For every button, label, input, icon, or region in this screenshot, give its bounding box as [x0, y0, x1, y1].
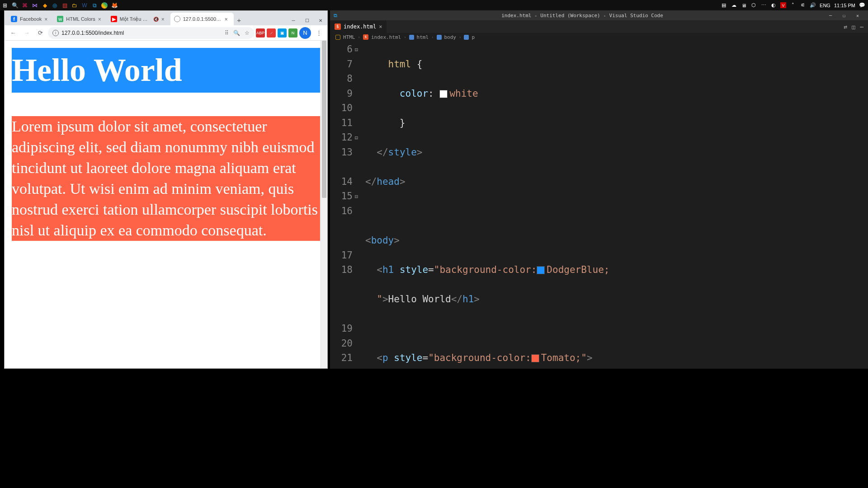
- extensions: ABP ⟋ ▣ N: [256, 28, 297, 38]
- tab-label: Facebook: [20, 16, 42, 22]
- minimize-button[interactable]: ─: [287, 15, 300, 25]
- element-icon: [464, 35, 469, 40]
- vscode-window: ⧉ index.html - Untitled (Workspace) - Vi…: [330, 10, 658, 369]
- line-gutter: 6⊟ 7 8 9 10 11 12⊟ 13 14 15⊟ 16 17 18 19…: [330, 41, 357, 369]
- color-swatch-icon: [439, 90, 448, 98]
- html5-icon: 5: [335, 23, 341, 30]
- taskbar-app-files[interactable]: 🗀: [70, 0, 80, 10]
- ext-icon[interactable]: N: [288, 28, 297, 38]
- mute-icon[interactable]: 🔇: [153, 17, 159, 22]
- forward-button[interactable]: →: [21, 27, 33, 39]
- breadcrumb-item[interactable]: body: [444, 34, 457, 40]
- taskbar-app-1[interactable]: ⌘: [20, 0, 30, 10]
- element-icon: [409, 35, 414, 40]
- back-button[interactable]: ←: [7, 27, 19, 39]
- breadcrumb[interactable]: HTML › 5 index.html › html › body › p: [330, 33, 658, 41]
- chevron-right-icon: ›: [358, 35, 360, 39]
- chevron-right-icon: ›: [459, 35, 461, 39]
- close-icon[interactable]: ×: [161, 16, 167, 22]
- html5-icon: 5: [363, 34, 368, 40]
- color-swatch-icon: [537, 266, 545, 274]
- taskbar-app-firefox[interactable]: 🦊: [109, 0, 119, 10]
- chrome-viewport[interactable]: Hello World Lorem ipsum dolor sit amet, …: [5, 41, 327, 368]
- vscode-logo-icon: ⧉: [334, 13, 337, 19]
- bookmark-icon[interactable]: ☆: [245, 30, 250, 36]
- chrome-tab-youtube[interactable]: ▶ Một Triệu Khả N 🔇 ×: [107, 13, 170, 25]
- close-button[interactable]: ✕: [314, 15, 327, 25]
- address-bar[interactable]: i 127.0.0.1:5500/index.html ⠿ 🔍 ☆: [48, 27, 254, 39]
- vscode-titlebar: ⧉ index.html - Untitled (Workspace) - Vi…: [330, 10, 658, 20]
- chrome-tab-strip: f Facebook × w HTML Colors × ▶ Một Triệu…: [5, 11, 327, 25]
- fold-icon[interactable]: ⊟: [354, 192, 358, 197]
- chevron-right-icon: ›: [404, 35, 406, 39]
- chrome-tab-htmlcolors[interactable]: w HTML Colors ×: [53, 13, 107, 25]
- window-controls: ─ ☐ ✕: [287, 15, 327, 25]
- tab-label: Một Triệu Khả N: [120, 16, 151, 22]
- zoom-icon[interactable]: 🔍: [233, 30, 240, 36]
- scrollbar-thumb[interactable]: [322, 41, 326, 198]
- editor-tab-index-html[interactable]: 5 index.html ×: [330, 20, 387, 33]
- page-paragraph: Lorem ipsum dolor sit amet, consectetuer…: [12, 116, 320, 240]
- reload-button[interactable]: ⟳: [34, 27, 46, 39]
- search-icon[interactable]: 🔍: [10, 0, 20, 10]
- ext-icon[interactable]: ⟋: [267, 28, 276, 38]
- address-text: 127.0.0.1:5500/index.html: [61, 30, 124, 36]
- menu-button[interactable]: ⋮: [313, 27, 325, 39]
- profile-avatar[interactable]: N: [299, 27, 311, 39]
- chrome-tab-localhost[interactable]: 127.0.0.1:5500/index. ×: [170, 13, 234, 25]
- close-icon[interactable]: ×: [98, 16, 104, 22]
- breadcrumb-item[interactable]: index.html: [371, 34, 401, 40]
- tab-label: 127.0.0.1:5500/index.: [183, 16, 222, 22]
- chrome-window: f Facebook × w HTML Colors × ▶ Một Triệu…: [4, 10, 328, 369]
- youtube-icon: ▶: [111, 16, 117, 22]
- w3-icon: w: [57, 16, 63, 22]
- scrollbar-vertical[interactable]: [321, 41, 327, 368]
- chrome-toolbar: ← → ⟳ i 127.0.0.1:5500/index.html ⠿ 🔍 ☆ …: [5, 25, 327, 41]
- facebook-icon: f: [11, 16, 17, 22]
- taskbar-app-vscode[interactable]: ⧉: [90, 0, 99, 10]
- taskbar-app-3[interactable]: ◎: [50, 0, 60, 10]
- taskbar-left: ⊞ 🔍 ⌘ ⋈ ◆ ◎ ▧ 🗀 W ⧉ 🦊: [0, 0, 119, 10]
- color-swatch-icon: [531, 354, 539, 362]
- folder-icon: [335, 35, 340, 40]
- vscode-tab-bar: 5 index.html × ⇄ ◫ ⋯: [330, 20, 658, 33]
- chrome-tab-facebook[interactable]: f Facebook ×: [7, 13, 53, 25]
- taskbar-app-vs[interactable]: ⋈: [30, 0, 40, 10]
- ext-abp-icon[interactable]: ABP: [256, 28, 265, 38]
- code-content[interactable]: html { color: white } </style> </head> <…: [357, 41, 658, 369]
- tab-label: index.html: [344, 23, 376, 30]
- site-info-icon[interactable]: i: [52, 30, 59, 36]
- code-editor[interactable]: 6⊟ 7 8 9 10 11 12⊟ 13 14 15⊟ 16 17 18 19…: [330, 41, 658, 369]
- breadcrumb-item[interactable]: HTML: [343, 34, 355, 40]
- translate-icon[interactable]: ⠿: [225, 30, 229, 36]
- fold-icon[interactable]: ⊟: [354, 46, 358, 50]
- page-heading: Hello World: [12, 48, 320, 93]
- start-button[interactable]: ⊞: [0, 0, 10, 10]
- taskbar-app-chrome[interactable]: [101, 2, 108, 9]
- close-icon[interactable]: ×: [379, 23, 382, 30]
- taskbar-app-4[interactable]: ▧: [60, 0, 70, 10]
- taskbar-app-2[interactable]: ◆: [40, 0, 50, 10]
- close-icon[interactable]: ×: [225, 16, 230, 22]
- tab-label: HTML Colors: [66, 16, 95, 22]
- vscode-title: index.html - Untitled (Workspace) - Visu…: [341, 13, 658, 19]
- chevron-right-icon: ›: [431, 35, 434, 39]
- breadcrumb-item[interactable]: html: [417, 34, 429, 40]
- maximize-button[interactable]: ☐: [300, 15, 314, 25]
- breadcrumb-item[interactable]: p: [472, 34, 475, 40]
- windows-taskbar: ⊞ 🔍 ⌘ ⋈ ◆ ◎ ▧ 🗀 W ⧉ 🦊 ▤ ☁ 🖥 ⬡ ⋯ ◐ V ˄ ⚟ …: [0, 0, 658, 10]
- page-icon: [174, 16, 180, 22]
- element-icon: [437, 35, 442, 40]
- ext-icon[interactable]: ▣: [278, 28, 287, 38]
- fold-icon[interactable]: ⊟: [354, 134, 358, 138]
- new-tab-button[interactable]: +: [234, 14, 245, 25]
- taskbar-app-word[interactable]: W: [80, 0, 90, 10]
- close-icon[interactable]: ×: [44, 16, 50, 22]
